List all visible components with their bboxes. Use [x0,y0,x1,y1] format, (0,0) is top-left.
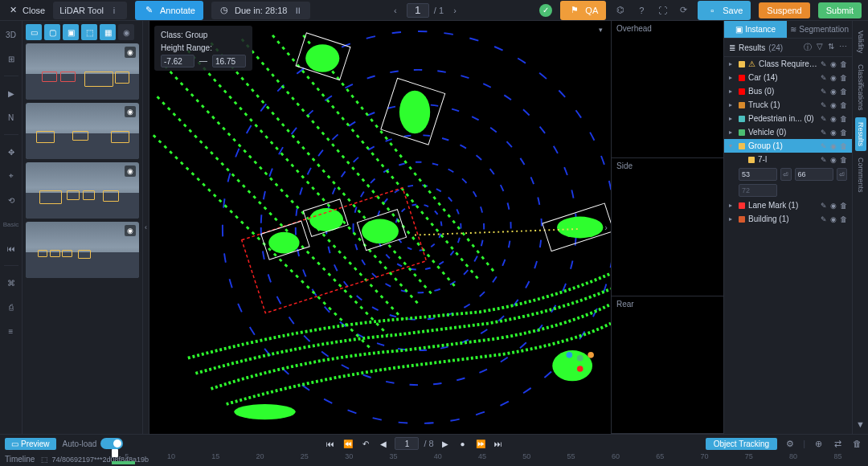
camera-thumb-4[interactable]: ◉ [26,222,139,278]
flip-icon[interactable]: ⇄ [831,437,844,450]
tool-play[interactable]: ▶ [4,86,18,100]
delete-icon[interactable]: 🗑 [840,156,847,164]
tool-grid[interactable]: ⊞ [4,51,18,66]
trash-icon[interactable]: 🗑 [850,437,863,450]
edit-icon[interactable]: ✎ [821,156,827,164]
edit-icon[interactable]: ✎ [821,101,827,109]
delete-icon[interactable]: 🗑 [840,142,847,150]
input-a[interactable] [739,168,777,181]
input-b[interactable] [795,168,833,181]
tool-rotate[interactable]: ⟲ [4,193,18,207]
viewer-right-chevron[interactable]: › [604,223,608,232]
edit-icon[interactable]: ✎ [821,142,827,150]
bug-icon[interactable]: ⌬ [614,4,627,17]
eye-icon[interactable]: ◉ [830,156,837,164]
tool-cmd[interactable]: ⌘ [4,276,18,290]
annotate-button[interactable]: ✎ Annotate [135,1,203,20]
edit-icon[interactable]: ✎ [821,74,827,82]
edit-icon[interactable]: ✎ [821,215,827,223]
expand-icon[interactable]: ⛶ [656,4,669,17]
object-tracking-button[interactable]: Object Tracking [706,438,777,450]
visibility-icon[interactable]: ◉ [125,47,136,58]
prev-frame-icon[interactable]: ◀ [377,437,390,450]
next-page-icon[interactable]: › [448,4,461,17]
delete-icon[interactable]: 🗑 [840,60,847,68]
sort-icon[interactable]: ⇅ [828,42,834,53]
refresh-icon[interactable]: ⟳ [677,4,690,17]
tree-item-8[interactable]: ▸ Lane Mark (1) ✎◉🗑 [724,198,852,212]
pause-icon[interactable]: ⏸ [291,4,304,17]
rewind-icon[interactable]: ⏪ [342,437,354,450]
camera-thumb-3[interactable]: ◉ [26,162,139,219]
autoload-toggle[interactable] [100,438,123,449]
more-icon[interactable]: ⋯ [839,42,847,53]
skip-start-icon[interactable]: ⏮ [324,437,337,450]
vtab-comments[interactable]: Comments [855,153,866,198]
thumbtool-4[interactable]: ⬚ [81,24,97,40]
tab-segmentation[interactable]: ≋Segmentation [787,21,852,38]
kbd-icon[interactable]: ⏎ [780,168,792,181]
save-button[interactable]: ▫ Save [698,1,751,20]
preview-button[interactable]: ▭Preview [5,438,56,450]
filter-bottom-icon[interactable]: ▼ [856,419,865,429]
tree-item-1[interactable]: ▸ Car (14) ✎◉🗑 [724,71,852,84]
tab-instance[interactable]: ▣Instance [724,21,787,38]
timeline-scale[interactable]: 510152025303540455055606570758085 [104,452,860,466]
side-view[interactable]: Side [612,158,723,296]
edit-icon[interactable]: ✎ [821,60,827,68]
tool-3d[interactable]: 3D [4,27,18,42]
eye-icon[interactable]: ◉ [830,202,837,210]
overhead-view[interactable]: Overhead [612,21,723,158]
delete-icon[interactable]: 🗑 [840,88,847,96]
thumbtool-2[interactable]: ▢ [44,24,60,40]
thumbtool-6[interactable]: ◉ [118,24,134,40]
eye-icon[interactable]: ◉ [830,74,837,82]
fastforward-icon[interactable]: ⏩ [474,437,487,450]
tool-target[interactable]: ⌖ [4,169,18,183]
delete-icon[interactable]: 🗑 [840,74,847,82]
eye-icon[interactable]: ◉ [830,129,837,137]
kbd-icon[interactable]: ⏎ [837,168,848,181]
gear-icon[interactable]: ⚙ [784,437,796,450]
delete-icon[interactable]: 🗑 [840,129,847,137]
visibility-icon[interactable]: ◉ [125,166,136,177]
eye-icon[interactable]: ◉ [830,142,837,150]
eye-icon[interactable]: ◉ [830,60,837,68]
thumbtool-3[interactable]: ▣ [63,24,79,40]
visibility-icon[interactable]: ◉ [125,225,136,236]
tree-item-2[interactable]: ▸ Bus (0) ✎◉🗑 [724,84,852,98]
info-icon[interactable]: i [108,4,121,17]
range-max-input[interactable] [212,55,246,67]
delete-icon[interactable]: 🗑 [840,101,847,109]
camera-thumb-1[interactable]: ◉ [26,43,139,100]
visibility-icon[interactable]: ◉ [125,106,136,117]
eye-icon[interactable]: ◉ [830,215,837,223]
next-frame-icon[interactable]: ▶ [439,437,452,450]
vtab-classifications[interactable]: Classifications [855,59,866,116]
tree-item-0[interactable]: ▸ ⚠ Class Required (6) ✎◉🗑 [724,57,852,71]
vtab-validity[interactable]: Validity [855,26,866,58]
edit-icon[interactable]: ✎ [821,129,827,137]
undo-icon[interactable]: ↶ [359,437,372,450]
rear-view[interactable]: Rear [612,296,723,434]
delete-icon[interactable]: 🗑 [840,202,847,210]
lidar-viewer[interactable]: Class: Group Height Range: — [149,21,611,434]
skip-end-icon[interactable]: ⏭ [492,437,505,450]
thumbtool-5[interactable]: ▦ [100,24,116,40]
info-icon[interactable]: ⓘ [804,42,812,53]
tool-list[interactable]: ≡ [4,324,18,338]
input-c[interactable] [739,184,777,197]
tree-item-5[interactable]: ▸ Vehicle (0) ✎◉🗑 [724,125,852,139]
edit-icon[interactable]: ✎ [821,202,827,210]
delete-icon[interactable]: 🗑 [840,215,847,223]
viewer-dropdown[interactable]: ▾ [599,26,603,34]
eye-icon[interactable]: ◉ [830,88,837,96]
eye-icon[interactable]: ◉ [830,101,837,109]
thumbtool-1[interactable]: ▭ [26,24,42,40]
tool-move[interactable]: ✥ [4,145,18,159]
submit-button[interactable]: Submit [818,2,862,18]
vtab-results[interactable]: Results [855,117,866,151]
tree-item-7[interactable]: 7-l ✎◉🗑 [724,153,852,166]
eye-icon[interactable]: ◉ [830,115,837,123]
tree-item-4[interactable]: ▸ Pedestrian in... (0) ✎◉🗑 [724,112,852,125]
